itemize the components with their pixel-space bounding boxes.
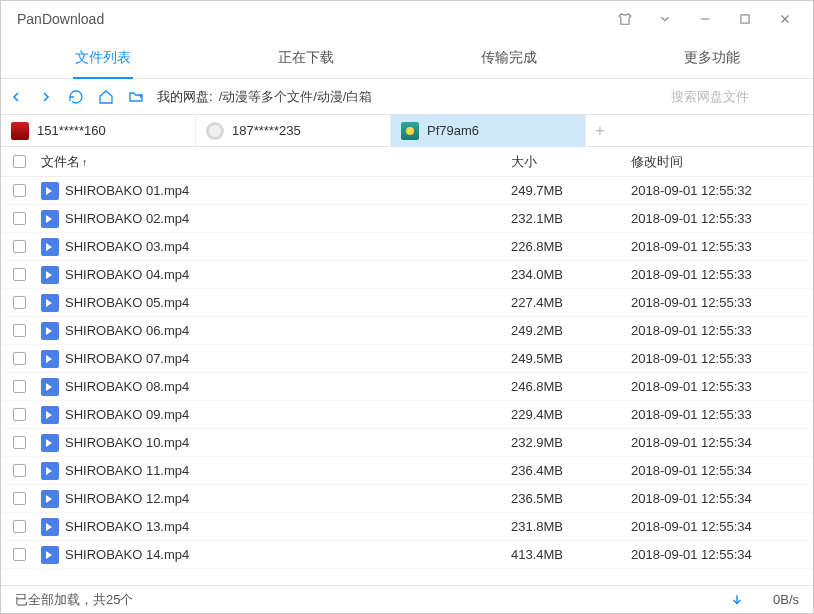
video-file-icon xyxy=(41,462,59,480)
select-all-checkbox[interactable] xyxy=(13,155,26,168)
video-file-icon xyxy=(41,266,59,284)
file-size: 236.5MB xyxy=(511,491,631,506)
main-tab[interactable]: 传输完成 xyxy=(407,37,610,78)
account-tab[interactable]: 187*****235 xyxy=(196,115,391,147)
file-size: 413.4MB xyxy=(511,547,631,562)
file-row[interactable]: SHIROBAKO 08.mp4246.8MB2018-09-01 12:55:… xyxy=(1,373,813,401)
file-row[interactable]: SHIROBAKO 06.mp4249.2MB2018-09-01 12:55:… xyxy=(1,317,813,345)
avatar xyxy=(11,122,29,140)
row-checkbox[interactable] xyxy=(13,380,26,393)
main-tabs: 文件列表正在下载传输完成更多功能 xyxy=(1,37,813,79)
avatar xyxy=(401,122,419,140)
file-size: 232.1MB xyxy=(511,211,631,226)
row-checkbox[interactable] xyxy=(13,436,26,449)
status-message: 已全部加载，共25个 xyxy=(15,591,725,609)
row-checkbox[interactable] xyxy=(13,408,26,421)
file-size: 232.9MB xyxy=(511,435,631,450)
column-name-header[interactable]: 文件名↑ xyxy=(37,153,511,171)
titlebar: PanDownload xyxy=(1,1,813,37)
main-tab[interactable]: 更多功能 xyxy=(610,37,813,78)
file-time: 2018-09-01 12:55:34 xyxy=(631,463,801,478)
row-checkbox[interactable] xyxy=(13,520,26,533)
file-row[interactable]: SHIROBAKO 05.mp4227.4MB2018-09-01 12:55:… xyxy=(1,289,813,317)
list-header: 文件名↑ 大小 修改时间 xyxy=(1,147,813,177)
search-input[interactable] xyxy=(663,85,813,109)
file-row[interactable]: SHIROBAKO 09.mp4229.4MB2018-09-01 12:55:… xyxy=(1,401,813,429)
file-time: 2018-09-01 12:55:33 xyxy=(631,267,801,282)
video-file-icon xyxy=(41,378,59,396)
row-checkbox[interactable] xyxy=(13,296,26,309)
video-file-icon xyxy=(41,518,59,536)
window-title: PanDownload xyxy=(17,11,605,27)
path-value[interactable]: /动漫等多个文件/动漫/白箱 xyxy=(219,88,663,106)
file-row[interactable]: SHIROBAKO 07.mp4249.5MB2018-09-01 12:55:… xyxy=(1,345,813,373)
account-tabs: 151*****160187*****235Pf79am6+ xyxy=(1,115,813,147)
file-name: SHIROBAKO 03.mp4 xyxy=(65,239,189,254)
file-name: SHIROBAKO 06.mp4 xyxy=(65,323,189,338)
row-checkbox[interactable] xyxy=(13,240,26,253)
row-checkbox[interactable] xyxy=(13,268,26,281)
row-checkbox[interactable] xyxy=(13,492,26,505)
main-tab[interactable]: 正在下载 xyxy=(204,37,407,78)
video-file-icon xyxy=(41,238,59,256)
account-name: Pf79am6 xyxy=(427,123,479,138)
row-checkbox[interactable] xyxy=(13,184,26,197)
file-list[interactable]: SHIROBAKO 01.mp4249.7MB2018-09-01 12:55:… xyxy=(1,177,813,585)
file-name: SHIROBAKO 07.mp4 xyxy=(65,351,189,366)
file-name: SHIROBAKO 01.mp4 xyxy=(65,183,189,198)
file-row[interactable]: SHIROBAKO 01.mp4249.7MB2018-09-01 12:55:… xyxy=(1,177,813,205)
file-size: 229.4MB xyxy=(511,407,631,422)
toolbar: 我的网盘: /动漫等多个文件/动漫/白箱 xyxy=(1,79,813,115)
file-row[interactable]: SHIROBAKO 04.mp4234.0MB2018-09-01 12:55:… xyxy=(1,261,813,289)
file-row[interactable]: SHIROBAKO 02.mp4232.1MB2018-09-01 12:55:… xyxy=(1,205,813,233)
file-row[interactable]: SHIROBAKO 14.mp4413.4MB2018-09-01 12:55:… xyxy=(1,541,813,569)
app-window: PanDownload 文件列表正在下载传输完成更多功能 xyxy=(0,0,814,614)
row-checkbox[interactable] xyxy=(13,352,26,365)
dropdown-button[interactable] xyxy=(645,1,685,37)
video-file-icon xyxy=(41,182,59,200)
file-row[interactable]: SHIROBAKO 10.mp4232.9MB2018-09-01 12:55:… xyxy=(1,429,813,457)
file-size: 227.4MB xyxy=(511,295,631,310)
file-time: 2018-09-01 12:55:33 xyxy=(631,295,801,310)
nav-forward-button[interactable] xyxy=(31,79,61,115)
video-file-icon xyxy=(41,546,59,564)
file-size: 236.4MB xyxy=(511,463,631,478)
video-file-icon xyxy=(41,294,59,312)
download-icon xyxy=(725,593,749,607)
file-time: 2018-09-01 12:55:34 xyxy=(631,519,801,534)
video-file-icon xyxy=(41,406,59,424)
maximize-button[interactable] xyxy=(725,1,765,37)
close-button[interactable] xyxy=(765,1,805,37)
file-time: 2018-09-01 12:55:33 xyxy=(631,379,801,394)
file-row[interactable]: SHIROBAKO 13.mp4231.8MB2018-09-01 12:55:… xyxy=(1,513,813,541)
file-row[interactable]: SHIROBAKO 11.mp4236.4MB2018-09-01 12:55:… xyxy=(1,457,813,485)
refresh-button[interactable] xyxy=(61,79,91,115)
file-name: SHIROBAKO 09.mp4 xyxy=(65,407,189,422)
minimize-button[interactable] xyxy=(685,1,725,37)
video-file-icon xyxy=(41,322,59,340)
file-size: 249.5MB xyxy=(511,351,631,366)
main-tab[interactable]: 文件列表 xyxy=(1,37,204,78)
new-folder-button[interactable] xyxy=(121,79,151,115)
add-account-button[interactable]: + xyxy=(586,122,614,140)
video-file-icon xyxy=(41,350,59,368)
skin-button[interactable] xyxy=(605,1,645,37)
row-checkbox[interactable] xyxy=(13,212,26,225)
column-size-header[interactable]: 大小 xyxy=(511,153,631,171)
row-checkbox[interactable] xyxy=(13,548,26,561)
file-time: 2018-09-01 12:55:33 xyxy=(631,351,801,366)
file-row[interactable]: SHIROBAKO 12.mp4236.5MB2018-09-01 12:55:… xyxy=(1,485,813,513)
account-tab[interactable]: Pf79am6 xyxy=(391,115,586,147)
account-tab[interactable]: 151*****160 xyxy=(1,115,196,147)
row-checkbox[interactable] xyxy=(13,464,26,477)
row-checkbox[interactable] xyxy=(13,324,26,337)
file-row[interactable]: SHIROBAKO 03.mp4226.8MB2018-09-01 12:55:… xyxy=(1,233,813,261)
file-time: 2018-09-01 12:55:33 xyxy=(631,239,801,254)
file-size: 226.8MB xyxy=(511,239,631,254)
column-time-header[interactable]: 修改时间 xyxy=(631,153,801,171)
home-button[interactable] xyxy=(91,79,121,115)
nav-back-button[interactable] xyxy=(1,79,31,115)
file-size: 249.7MB xyxy=(511,183,631,198)
video-file-icon xyxy=(41,490,59,508)
statusbar: 已全部加载，共25个 0B/s xyxy=(1,585,813,613)
